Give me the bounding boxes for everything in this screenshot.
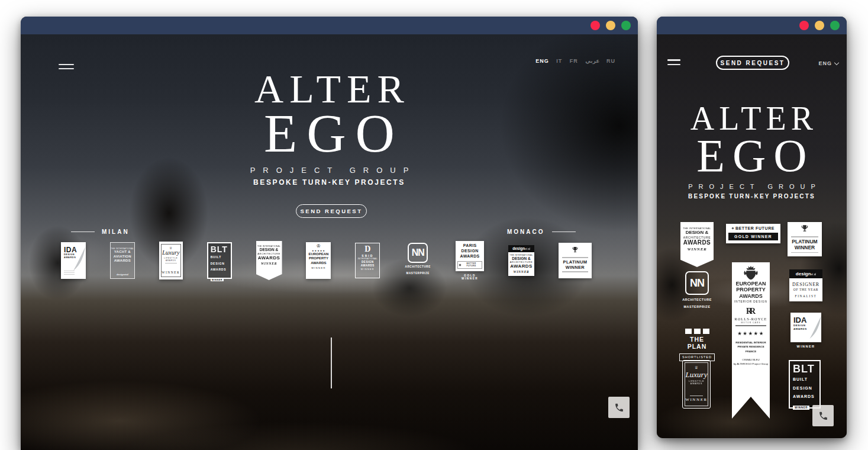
badge-line: PARIS <box>457 243 482 249</box>
zoom-window-button[interactable] <box>621 21 631 30</box>
badge-line: designetal <box>111 273 134 276</box>
scroll-indicator <box>331 338 332 388</box>
badge-line: DESIGN & <box>509 256 533 261</box>
badge-line: DESIGN <box>211 262 228 266</box>
logo-subtitle: PROJECT GROUP <box>21 166 638 175</box>
badge-logo: design <box>512 246 525 250</box>
minimize-window-button[interactable] <box>606 21 615 30</box>
badge-line: ARCHITECTURE <box>404 265 431 269</box>
badge-line: DESIGN & <box>680 230 714 236</box>
trophy-icon <box>801 224 809 233</box>
badge-line: PRIVATE RESIDENCE <box>732 345 770 349</box>
badge-line: AWARDS <box>793 394 817 400</box>
badge-line: FRANCE <box>732 349 770 353</box>
badge-line: WINNER <box>162 271 180 274</box>
location-label: MONACO <box>507 229 545 235</box>
badge-line: FINALIST <box>790 294 821 298</box>
badge-logo: NN <box>685 271 709 295</box>
badge-line: OF THE YEAR <box>790 288 821 291</box>
language-ru[interactable]: RU <box>606 58 615 64</box>
send-request-button[interactable]: SEND REQUEST <box>716 56 789 70</box>
badge-line: BETTER FUTURE <box>735 226 775 230</box>
badge-platinum-winner: PLATINUM WINNER <box>559 243 592 278</box>
badge-european-property-awards: ♔ ★★★★★ EUROPEAN PROPERTY AWARDS WINNER <box>306 242 331 279</box>
badge-line: WINNER <box>559 265 592 270</box>
language-dropdown[interactable]: ENG <box>818 60 838 66</box>
phone-icon <box>818 411 828 421</box>
badge-line: PROPERTY <box>306 256 331 261</box>
badge-line: THE INTERNATIONAL <box>509 254 533 256</box>
mobile-page: SEND REQUEST ENG ALTER EGO PROJECT GROUP… <box>657 34 847 438</box>
language-eng[interactable]: ENG <box>535 58 549 64</box>
badge-line: LIFESTYLE AWARDS <box>162 257 180 262</box>
badge-line: DESIGN <box>457 249 482 254</box>
close-window-button[interactable] <box>799 21 809 30</box>
phone-button[interactable] <box>812 405 834 426</box>
badge-line: AWARDS <box>732 293 770 299</box>
crown-icon: ♕ <box>685 366 708 370</box>
language-fr[interactable]: FR <box>570 58 578 64</box>
badge-logo: et al <box>525 247 530 250</box>
feather-icon <box>72 246 86 272</box>
send-request-button[interactable]: SEND REQUEST <box>296 204 367 218</box>
badge-line: DESIGN & <box>256 247 282 252</box>
badge-line: LIFESTYLE AWARDS <box>685 380 708 385</box>
badge-line: BUILT <box>793 377 817 383</box>
badge-architecture-masterprize: NN ARCHITECTURE MASTERPRIZE <box>404 243 431 278</box>
badge-designetal-awards: designet al THE INTERNATIONAL DESIGN & A… <box>508 245 534 277</box>
the-plan-icon <box>679 329 715 334</box>
badge-line: AWARDS <box>111 259 134 263</box>
badge-line: MASTERPRIZE <box>404 272 431 276</box>
badge-line: MASTERPRIZE <box>682 304 712 309</box>
desktop-browser-window: ENG IT FR عربي RU ALTER EGO PROJECT GROU… <box>21 17 638 450</box>
rolls-royce-monogram: RR <box>732 307 770 316</box>
badge-logo: NN <box>408 243 428 263</box>
badge-line: OISEAU BLEU <box>732 358 770 362</box>
badge-line: GOLD WINNER <box>456 274 484 280</box>
badge-line: ROLLS-ROYCE <box>732 317 770 321</box>
badge-designer-of-the-year: designet al DESIGNER OF THE YEAR FINALIS… <box>789 269 822 301</box>
badge-line: WINNER <box>685 397 708 402</box>
badge-logo: et al <box>811 273 817 276</box>
phone-button[interactable] <box>608 397 630 418</box>
badge-line: WINNER <box>306 266 331 269</box>
window-controls <box>799 17 840 34</box>
awards-strip: IDA DESIGN AWARDS THE INTERNATIONAL YACH… <box>61 240 592 281</box>
badge-line: EUROPEAN <box>306 252 331 257</box>
phone-icon <box>614 403 624 413</box>
star-icon <box>731 227 734 229</box>
badge-european-property-awards-ribbon: EUROPEAN PROPERTY AWARDS INTERIOR DESIGN… <box>732 262 770 419</box>
star-icon <box>459 263 461 266</box>
badge-line: AWARDS <box>256 255 282 261</box>
badge-line: ARCHITECTURE <box>680 236 714 239</box>
location-monaco: MONACO <box>507 229 576 235</box>
close-window-button[interactable] <box>591 21 600 30</box>
badge-fineprint <box>64 269 75 275</box>
language-it[interactable]: IT <box>556 58 562 64</box>
logo-word-ego: EGO <box>657 135 847 176</box>
logo-tagline: BESPOKE TURN-KEY PROJECTS <box>657 193 847 200</box>
crest-icon <box>742 265 760 281</box>
badge-line: WINNER <box>356 268 379 271</box>
minimize-window-button[interactable] <box>815 21 824 30</box>
badge-line: by ALTER EGO Project Group <box>732 362 770 366</box>
chevron-down-icon <box>834 60 839 65</box>
badge-better-future-gold: BETTER FUTURE GOLD WINNER <box>726 224 780 243</box>
badge-line: WINNER <box>788 245 822 251</box>
badge-line: PLATINUM <box>788 239 822 245</box>
menu-icon[interactable] <box>667 59 680 65</box>
badge-logo: BLT <box>793 364 817 374</box>
trophy-icon <box>572 246 579 253</box>
badge-ida-design-awards: IDA DESIGN AWARDS <box>61 242 86 279</box>
badge-line: WINNER <box>790 345 821 348</box>
badge-line: WINNER <box>793 406 809 410</box>
site-logo: ALTER EGO PROJECT GROUP BESPOKE TURN-KEY… <box>657 102 847 200</box>
badge-line: RESIDENTIAL INTERIOR <box>732 340 770 345</box>
zoom-window-button[interactable] <box>830 21 840 30</box>
language-ar[interactable]: عربي <box>585 58 599 64</box>
badge-line: AWARDS <box>457 254 482 259</box>
badge-line: WINNER <box>211 278 224 281</box>
badge-line: EUROPEAN <box>732 281 770 287</box>
badge-line: BETTER FUTURE <box>462 262 480 267</box>
mobile-titlebar <box>657 17 847 34</box>
